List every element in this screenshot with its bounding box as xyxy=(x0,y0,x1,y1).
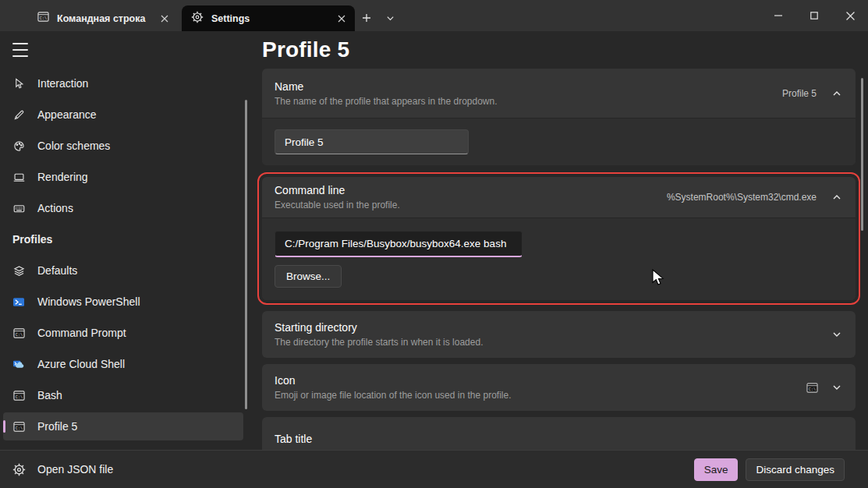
maximize-button[interactable] xyxy=(796,0,832,31)
settings-main-panel: Profile 5 Name The name of the profile t… xyxy=(257,31,868,450)
tab-settings[interactable]: Settings xyxy=(182,5,355,31)
svg-text:C:\: C:\ xyxy=(15,426,22,430)
tab-label: Командная строка xyxy=(57,13,156,24)
sidebar-item-rendering[interactable]: Rendering xyxy=(3,161,243,193)
tab-title-setting-card: Tab title xyxy=(262,417,856,450)
settings-sidebar: Interaction Appearance Color schemes Ren… xyxy=(0,31,257,450)
name-setting-card: Name The name of the profile that appear… xyxy=(262,69,856,165)
command-line-expander-body: Browse... xyxy=(262,217,856,300)
page-title: Profile 5 xyxy=(262,37,856,62)
paintbrush-icon xyxy=(12,108,25,121)
command-line-expander-header[interactable]: Command line Executable used in the prof… xyxy=(262,177,856,217)
sidebar-item-bash[interactable]: C:\ Bash xyxy=(3,380,243,411)
monitor-icon xyxy=(12,171,25,183)
powershell-icon xyxy=(12,295,25,308)
setting-title: Starting directory xyxy=(275,321,832,334)
cmd-icon: C:\ xyxy=(12,420,25,433)
sidebar-item-profile-5[interactable]: C:\ Profile 5 xyxy=(3,412,243,440)
icon-setting-card: Icon Emoji or image file location of the… xyxy=(262,364,856,411)
chevron-up-icon xyxy=(832,89,841,98)
sidebar-item-label: Bash xyxy=(37,389,62,401)
icon-expander-header[interactable]: Icon Emoji or image file location of the… xyxy=(262,364,856,411)
window-controls xyxy=(760,0,868,31)
selection-indicator xyxy=(3,420,5,433)
gear-icon xyxy=(12,463,26,476)
setting-title: Command line xyxy=(275,184,667,196)
sidebar-item-label: Windows PowerShell xyxy=(37,295,140,308)
sidebar-item-appearance[interactable]: Appearance xyxy=(3,99,243,130)
sidebar-item-label: Color schemes xyxy=(37,140,110,152)
discard-changes-button[interactable]: Discard changes xyxy=(746,458,845,481)
name-expander-body xyxy=(262,118,856,165)
sidebar-item-color-schemes[interactable]: Color schemes xyxy=(3,130,243,161)
profile-name-input[interactable] xyxy=(275,129,469,154)
setting-subtitle: Executable used in the profile. xyxy=(275,200,667,210)
command-line-input[interactable] xyxy=(275,231,523,257)
tab-title-expander-header[interactable]: Tab title xyxy=(262,417,856,450)
command-line-setting-card: Command line Executable used in the prof… xyxy=(262,177,856,300)
chevron-down-icon xyxy=(832,383,841,392)
cmd-icon: C:\ xyxy=(12,389,25,401)
name-expander-header[interactable]: Name The name of the profile that appear… xyxy=(262,69,856,118)
sidebar-item-label: Actions xyxy=(37,202,73,214)
svg-text:C:\: C:\ xyxy=(40,16,47,21)
sidebar-scrollbar[interactable] xyxy=(245,100,247,409)
sidebar-item-label: Command Prompt xyxy=(37,327,126,339)
close-button[interactable] xyxy=(832,0,868,31)
sidebar-item-label: Interaction xyxy=(37,77,88,90)
palette-icon xyxy=(12,140,25,152)
setting-title: Icon xyxy=(275,374,806,387)
sidebar-item-command-prompt[interactable]: C:\ Command Prompt xyxy=(3,317,243,348)
azure-cloud-icon xyxy=(12,358,25,370)
new-tab-button[interactable] xyxy=(356,8,377,28)
starting-directory-setting-card: Starting directory The directory the pro… xyxy=(262,311,856,358)
sidebar-item-label: Appearance xyxy=(37,108,97,121)
sidebar-item-label: Rendering xyxy=(37,171,88,183)
starting-directory-expander-header[interactable]: Starting directory The directory the pro… xyxy=(262,311,856,358)
setting-subtitle: The name of the profile that appears in … xyxy=(275,96,782,107)
profiles-section-header: Profiles xyxy=(0,224,257,255)
browse-button[interactable]: Browse... xyxy=(275,265,342,288)
tab-label: Settings xyxy=(211,13,333,24)
setting-title: Tab title xyxy=(275,433,841,445)
chevron-down-icon xyxy=(832,330,841,339)
hamburger-menu-icon[interactable] xyxy=(12,43,28,57)
main-scrollbar[interactable] xyxy=(861,78,863,231)
open-json-file-label: Open JSON file xyxy=(37,463,113,476)
gear-icon xyxy=(191,11,204,27)
layers-icon xyxy=(12,264,25,277)
sidebar-item-windows-powershell[interactable]: Windows PowerShell xyxy=(3,286,243,317)
open-json-file-button[interactable]: Open JSON file xyxy=(0,463,113,476)
setting-title: Name xyxy=(275,80,782,93)
titlebar: C:\ Командная строка Settings xyxy=(0,0,868,31)
sidebar-item-label: Defaults xyxy=(37,264,77,277)
cmd-icon: C:\ xyxy=(37,11,49,26)
sidebar-item-label: Azure Cloud Shell xyxy=(37,358,125,370)
save-button[interactable]: Save xyxy=(694,458,739,481)
chevron-up-icon xyxy=(832,193,841,202)
bottom-bar: Open JSON file Save Discard changes xyxy=(0,450,868,488)
tab-command-prompt[interactable]: C:\ Командная строка xyxy=(28,5,178,31)
profile-icon-preview: C:\ xyxy=(806,382,818,394)
keyboard-icon xyxy=(12,202,25,214)
interaction-cursor-icon xyxy=(12,77,25,90)
setting-current-value: Profile 5 xyxy=(782,88,817,99)
cmd-icon: C:\ xyxy=(12,327,25,339)
sidebar-item-label: Profile 5 xyxy=(37,420,77,433)
sidebar-item-interaction[interactable]: Interaction xyxy=(3,68,243,99)
sidebar-item-defaults[interactable]: Defaults xyxy=(3,255,243,286)
sidebar-item-actions[interactable]: Actions xyxy=(3,193,243,224)
tab-dropdown-button[interactable] xyxy=(380,8,400,28)
setting-subtitle: Emoji or image file location of the icon… xyxy=(275,390,806,401)
svg-text:C:\: C:\ xyxy=(15,394,22,399)
setting-subtitle: The directory the profile starts in when… xyxy=(275,337,832,348)
tab-close-icon[interactable] xyxy=(333,10,350,27)
tab-close-icon[interactable] xyxy=(156,10,173,27)
setting-current-value: %SystemRoot%\System32\cmd.exe xyxy=(667,192,817,203)
svg-text:C:\: C:\ xyxy=(15,332,22,337)
svg-text:C:\: C:\ xyxy=(809,387,816,391)
sidebar-item-azure-cloud-shell[interactable]: Azure Cloud Shell xyxy=(3,348,243,380)
minimize-button[interactable] xyxy=(760,0,796,31)
